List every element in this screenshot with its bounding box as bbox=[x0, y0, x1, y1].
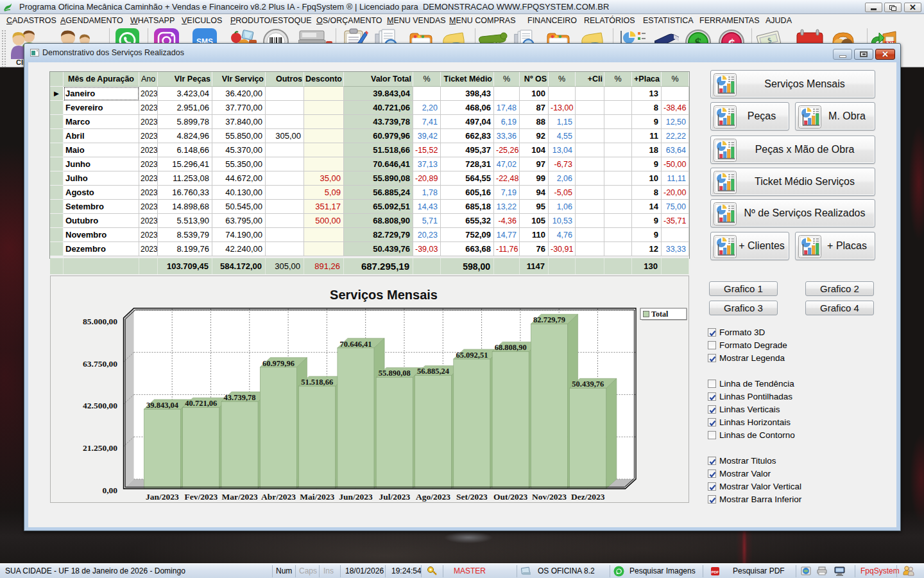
svg-text:Nov/2023: Nov/2023 bbox=[532, 492, 567, 502]
svg-text:42.500,00: 42.500,00 bbox=[83, 401, 117, 410]
svg-text:68.808,90: 68.808,90 bbox=[495, 343, 527, 352]
svg-text:39.843,04: 39.843,04 bbox=[146, 401, 179, 410]
svg-text:65.092,51: 65.092,51 bbox=[456, 351, 488, 360]
svg-text:PDF: PDF bbox=[712, 570, 719, 574]
svg-text:63.750,00: 63.750,00 bbox=[83, 359, 117, 369]
svg-text:85.000,00: 85.000,00 bbox=[83, 317, 117, 326]
svg-text:40.721,06: 40.721,06 bbox=[185, 399, 217, 408]
svg-text:50.439,76: 50.439,76 bbox=[572, 380, 604, 389]
svg-text:Jun/2023: Jun/2023 bbox=[339, 492, 373, 502]
svg-text:Abr/2023: Abr/2023 bbox=[261, 492, 296, 502]
svg-text:Ago/2023: Ago/2023 bbox=[416, 492, 450, 502]
svg-text:70.646,41: 70.646,41 bbox=[340, 340, 372, 349]
svg-text:Out/2023: Out/2023 bbox=[493, 492, 528, 502]
svg-text:Total: Total bbox=[651, 310, 669, 319]
svg-text:Dez/2023: Dez/2023 bbox=[571, 492, 605, 502]
svg-text:Fev/2023: Fev/2023 bbox=[184, 492, 218, 502]
svg-text:Mar/2023: Mar/2023 bbox=[221, 492, 257, 502]
svg-text:43.739,78: 43.739,78 bbox=[224, 393, 256, 402]
svg-text:Set/2023: Set/2023 bbox=[456, 492, 488, 502]
svg-text:51.518,66: 51.518,66 bbox=[301, 378, 333, 387]
svg-text:Jul/2023: Jul/2023 bbox=[379, 492, 410, 502]
svg-text:60.979,96: 60.979,96 bbox=[262, 359, 295, 368]
svg-text:Serviços Mensais: Serviços Mensais bbox=[330, 288, 438, 302]
svg-text:21.250,00: 21.250,00 bbox=[83, 443, 117, 453]
svg-text:55.890,08: 55.890,08 bbox=[379, 369, 411, 378]
svg-text:Jan/2023: Jan/2023 bbox=[146, 492, 179, 502]
svg-text:Mai/2023: Mai/2023 bbox=[300, 492, 334, 502]
svg-text:56.885,24: 56.885,24 bbox=[417, 367, 450, 376]
svg-text:0,00: 0,00 bbox=[102, 486, 117, 495]
svg-text:82.729,79: 82.729,79 bbox=[533, 315, 565, 324]
